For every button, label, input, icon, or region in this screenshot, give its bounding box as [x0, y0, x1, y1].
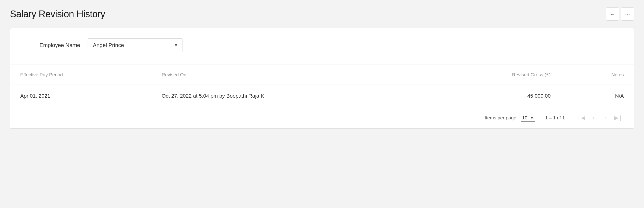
first-page-button[interactable]: ❘◀ [575, 112, 586, 123]
cell-revised-gross: 45,000.00 [428, 85, 561, 107]
page-title: Salary Revision History [10, 9, 105, 20]
last-page-button[interactable]: ▶❘ [613, 112, 624, 123]
main-card: Employee Name Angel Prince Effective Pay… [10, 28, 634, 129]
pagination-controls: ❘◀ ‹ › ▶❘ [575, 112, 624, 123]
cell-revised-on: Oct 27, 2022 at 5:04 pm by Boopathi Raja… [152, 85, 428, 107]
next-page-button[interactable]: › [600, 112, 611, 123]
employee-select-wrapper: Angel Prince [88, 38, 182, 52]
back-icon: ← [610, 11, 615, 17]
more-options-button[interactable]: ⋯ [621, 8, 634, 21]
items-per-page-select[interactable]: 5 10 20 50 [521, 114, 535, 122]
pagination-row: Items per page: 5 10 20 50 1 – 1 of 1 ❘◀ [10, 107, 634, 128]
cell-effective-pay-period: Apr 01, 2021 [10, 85, 152, 107]
first-page-icon: ❘◀ [576, 115, 585, 121]
items-per-page-section: Items per page: 5 10 20 50 [485, 114, 535, 122]
col-header-notes: Notes [561, 65, 634, 85]
prev-page-icon: ‹ [592, 115, 594, 121]
employee-name-select[interactable]: Angel Prince [88, 38, 182, 52]
employee-name-label: Employee Name [25, 42, 80, 49]
filter-section: Employee Name Angel Prince [10, 28, 634, 65]
more-icon: ⋯ [625, 11, 630, 17]
header-actions: ← ⋯ [606, 8, 634, 21]
last-page-icon: ▶❘ [614, 115, 623, 121]
cell-notes: N/A [561, 85, 634, 107]
table-header-row: Effective Pay Period Revised On Revised … [10, 65, 634, 85]
next-page-icon: › [605, 115, 606, 121]
prev-page-button[interactable]: ‹ [588, 112, 599, 123]
salary-revision-table: Effective Pay Period Revised On Revised … [10, 65, 634, 107]
col-header-revised-on: Revised On [152, 65, 428, 85]
col-header-effective-pay-period: Effective Pay Period [10, 65, 152, 85]
col-header-revised-gross: Revised Gross (₹) [428, 65, 561, 85]
items-per-page-wrapper: 5 10 20 50 [521, 114, 535, 122]
table-row: Apr 01, 2021 Oct 27, 2022 at 5:04 pm by … [10, 85, 634, 107]
page-header: Salary Revision History ← ⋯ [10, 8, 634, 21]
back-button[interactable]: ← [606, 8, 619, 21]
page-info: 1 – 1 of 1 [542, 115, 568, 121]
table-section: Effective Pay Period Revised On Revised … [10, 65, 634, 128]
page-container: Salary Revision History ← ⋯ Employee Nam… [0, 0, 644, 208]
items-per-page-label: Items per page: [485, 115, 518, 121]
